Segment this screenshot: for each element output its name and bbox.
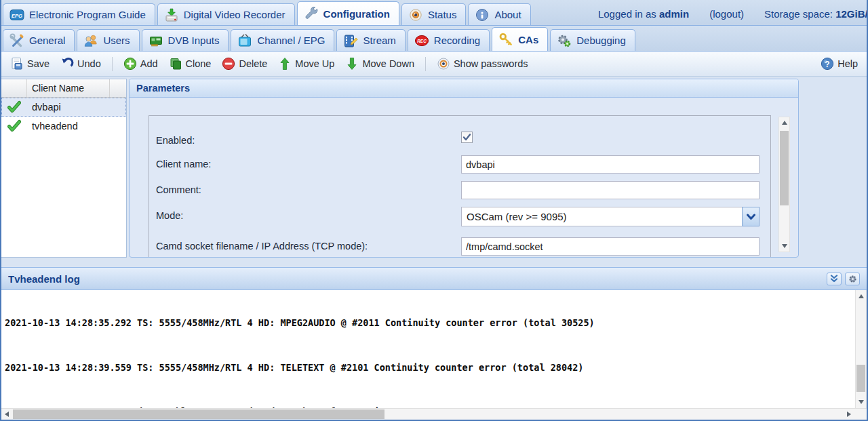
grid-row-tvheadend[interactable]: tvheadend bbox=[1, 117, 126, 136]
tab-stream[interactable]: Stream bbox=[336, 29, 405, 51]
tab-label: About bbox=[494, 9, 521, 20]
log-settings-button[interactable] bbox=[845, 273, 860, 285]
delete-button[interactable]: Delete bbox=[218, 55, 271, 73]
help-button[interactable]: ? Help bbox=[817, 55, 861, 73]
checkbox-check-icon bbox=[462, 133, 471, 142]
camd-socket-input[interactable] bbox=[461, 237, 760, 256]
scrollbar-thumb[interactable] bbox=[856, 365, 865, 392]
triangle-up-icon bbox=[859, 294, 864, 298]
tab-general[interactable]: General bbox=[3, 29, 75, 51]
log-panel: Tvheadend log 2021-10-13 14:28:35.292 TS… bbox=[1, 267, 867, 420]
tab-users[interactable]: Users bbox=[77, 29, 139, 51]
help-icon: ? bbox=[821, 57, 834, 71]
client-name-cell: dvbapi bbox=[27, 102, 61, 113]
info-icon bbox=[475, 7, 490, 22]
log-vertical-scrollbar[interactable] bbox=[855, 290, 867, 408]
show-passwords-label: Show passwords bbox=[454, 58, 528, 69]
comment-input[interactable] bbox=[461, 181, 760, 199]
tab-label: Recording bbox=[434, 35, 480, 46]
double-chevron-down-icon bbox=[830, 275, 838, 283]
grid-header-client-name[interactable]: Client Name bbox=[27, 79, 110, 97]
toolbar-separator bbox=[425, 57, 426, 71]
session-info: Logged in as admin (logout) Storage spac… bbox=[598, 8, 867, 25]
scroll-up-button[interactable] bbox=[856, 291, 866, 302]
save-icon bbox=[10, 57, 24, 71]
tab-label: Stream bbox=[363, 35, 395, 46]
scrollbar-thumb[interactable] bbox=[780, 131, 789, 205]
log-panel-header: Tvheadend log bbox=[1, 268, 867, 290]
move-down-icon bbox=[345, 57, 359, 71]
dvr-icon bbox=[164, 7, 179, 22]
show-passwords-button[interactable]: Show passwords bbox=[433, 55, 532, 73]
log-line: 2021-10-13 14:28:35.292 TS: 5555/458MHz/… bbox=[5, 316, 854, 331]
parameters-scrollbar[interactable] bbox=[778, 117, 790, 252]
enabled-check-icon bbox=[7, 100, 21, 114]
undo-button[interactable]: Undo bbox=[57, 55, 104, 73]
enabled-label: Enabled: bbox=[156, 132, 461, 146]
scroll-down-button[interactable] bbox=[779, 241, 789, 252]
tuner-card-icon bbox=[149, 33, 163, 48]
clone-button[interactable]: Clone bbox=[165, 55, 215, 73]
tab-about[interactable]: About bbox=[468, 3, 530, 25]
tab-status[interactable]: Status bbox=[401, 3, 467, 25]
form-row-enabled: Enabled: bbox=[156, 132, 473, 146]
grid-header-enabled-column[interactable] bbox=[1, 79, 27, 97]
users-icon bbox=[83, 33, 98, 48]
enabled-check-icon bbox=[7, 119, 21, 133]
tab-recording[interactable]: REC Recording bbox=[408, 29, 490, 51]
form-row-client-name: Client name: bbox=[156, 155, 760, 174]
move-up-icon bbox=[278, 57, 292, 71]
delete-label: Delete bbox=[239, 58, 267, 69]
storage-space-text: Storage space: 12GiB/0 bbox=[764, 8, 867, 20]
triangle-right-icon bbox=[847, 412, 851, 417]
scroll-left-button[interactable] bbox=[1, 409, 12, 420]
svg-text:?: ? bbox=[825, 60, 830, 69]
delete-icon bbox=[222, 57, 235, 71]
undo-label: Undo bbox=[77, 58, 101, 69]
scroll-down-button[interactable] bbox=[856, 397, 866, 407]
tab-debugging[interactable]: Debugging bbox=[550, 29, 635, 51]
cas-toolbar: Save Undo Add Clone Delete Move Up Move … bbox=[1, 52, 867, 77]
enabled-checkbox[interactable] bbox=[461, 132, 473, 143]
save-button[interactable]: Save bbox=[7, 55, 53, 73]
client-name-label: Client name: bbox=[156, 155, 461, 174]
tab-channel-epg[interactable]: Channel / EPG bbox=[231, 29, 334, 51]
triangle-down-icon bbox=[782, 244, 787, 248]
log-collapse-button[interactable] bbox=[827, 273, 842, 285]
form-row-comment: Comment: bbox=[156, 181, 760, 199]
triangle-down-icon bbox=[859, 400, 864, 404]
mode-select[interactable]: OSCam (rev >= 9095) bbox=[461, 207, 760, 226]
parameters-panel-title: Parameters bbox=[130, 79, 798, 98]
undo-icon bbox=[60, 57, 74, 71]
tab-cas[interactable]: CAs bbox=[492, 27, 548, 51]
mode-label: Mode: bbox=[156, 207, 461, 226]
grid-row-dvbapi[interactable]: dvbapi bbox=[1, 98, 126, 117]
tab-dvb-inputs[interactable]: DVB Inputs bbox=[142, 29, 229, 51]
wrench-icon bbox=[304, 6, 319, 21]
tab-digital-video-recorder[interactable]: Digital Video Recorder bbox=[157, 3, 295, 25]
tab-electronic-program-guide[interactable]: EPG Electronic Program Guide bbox=[3, 3, 155, 25]
log-horizontal-scrollbar[interactable] bbox=[1, 408, 867, 420]
scrollbar-thumb[interactable] bbox=[13, 409, 384, 419]
clone-icon bbox=[169, 57, 182, 71]
clone-label: Clone bbox=[186, 58, 212, 69]
main-tabstrip: EPG Electronic Program Guide Digital Vid… bbox=[1, 0, 867, 26]
tools-icon bbox=[9, 33, 24, 48]
add-icon bbox=[123, 57, 137, 71]
add-button[interactable]: Add bbox=[120, 55, 161, 73]
toolbar-separator bbox=[112, 57, 113, 71]
client-name-input[interactable] bbox=[461, 155, 760, 174]
scroll-up-button[interactable] bbox=[779, 117, 789, 128]
tab-label: Electronic Program Guide bbox=[29, 9, 146, 20]
logout-link[interactable]: (logout) bbox=[709, 8, 744, 20]
tab-label: Status bbox=[428, 9, 457, 20]
tab-configuration[interactable]: Configuration bbox=[297, 1, 399, 25]
move-down-button[interactable]: Move Down bbox=[342, 55, 418, 73]
triangle-up-icon bbox=[782, 121, 787, 125]
gears-icon bbox=[557, 33, 572, 48]
chevron-down-icon bbox=[747, 214, 755, 220]
help-label: Help bbox=[837, 58, 858, 69]
scroll-right-button[interactable] bbox=[844, 409, 854, 420]
move-up-button[interactable]: Move Up bbox=[275, 55, 338, 73]
mode-dropdown-trigger[interactable] bbox=[742, 207, 760, 226]
